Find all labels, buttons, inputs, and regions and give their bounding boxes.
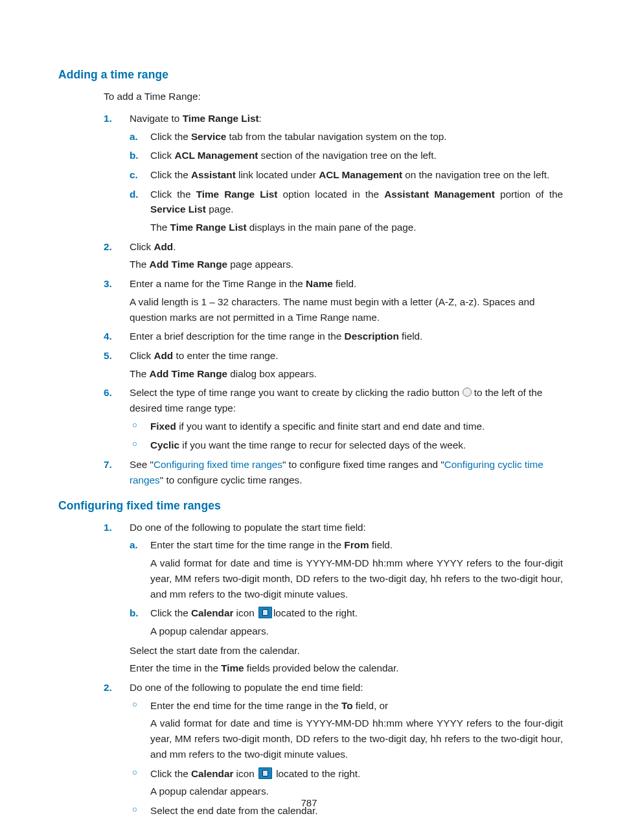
fixed-step2-b: ○ Click the Calendar icon located to the… (130, 766, 563, 799)
substeps-1: a. Click the Service tab from the tabula… (130, 129, 563, 235)
step-5: 5. Click Add to enter the time range. Th… (104, 348, 563, 381)
fixed-substep-1b: b. Click the Calendar icon located to th… (130, 605, 563, 638)
step-3: 3. Enter a name for the Time Range in th… (104, 276, 563, 325)
step-1: 1. Navigate to Time Range List: a. Click… (104, 111, 563, 235)
step-6: 6. Select the type of time range you wan… (104, 385, 563, 453)
procedure-configuring-fixed: 1. Do one of the following to populate t… (104, 520, 563, 819)
substep-1a: a. Click the Service tab from the tabula… (130, 129, 563, 145)
link-fixed-time-ranges[interactable]: Configuring fixed time ranges (154, 459, 282, 470)
substep-1b: b. Click ACL Management section of the n… (130, 148, 563, 163)
heading-configuring-fixed: Configuring fixed time ranges (58, 497, 563, 515)
time-range-types: ○ Fixed if you want to identify a specif… (130, 419, 563, 453)
substep-1d: d. Click the Time Range List option loca… (130, 187, 563, 235)
calendar-icon (258, 767, 272, 779)
option-cyclic: ○ Cyclic if you want the time range to r… (130, 438, 563, 453)
fixed-step-1: 1. Do one of the following to populate t… (104, 520, 563, 676)
fixed-substep-1a: a. Enter the start time for the time ran… (130, 537, 563, 601)
fixed-step2-a: ○ Enter the end time for the time range … (130, 698, 563, 762)
step-2: 2. Click Add. The Add Time Range page ap… (104, 239, 563, 272)
intro-text: To add a Time Range: (104, 89, 563, 104)
substep-1c: c. Click the Assistant link located unde… (130, 167, 563, 183)
heading-adding-time-range: Adding a time range (58, 66, 563, 84)
calendar-icon (258, 607, 272, 618)
radio-icon (463, 388, 472, 397)
step-7: 7. See "Configuring fixed time ranges" t… (104, 457, 563, 487)
fixed-substeps-1: a. Enter the start time for the time ran… (130, 537, 563, 638)
page: Adding a time range To add a Time Range:… (0, 0, 618, 840)
page-number: 787 (0, 795, 618, 810)
procedure-adding-time-range: 1. Navigate to Time Range List: a. Click… (104, 111, 563, 488)
step-4: 4. Enter a brief description for the tim… (104, 329, 563, 344)
option-fixed: ○ Fixed if you want to identify a specif… (130, 419, 563, 434)
